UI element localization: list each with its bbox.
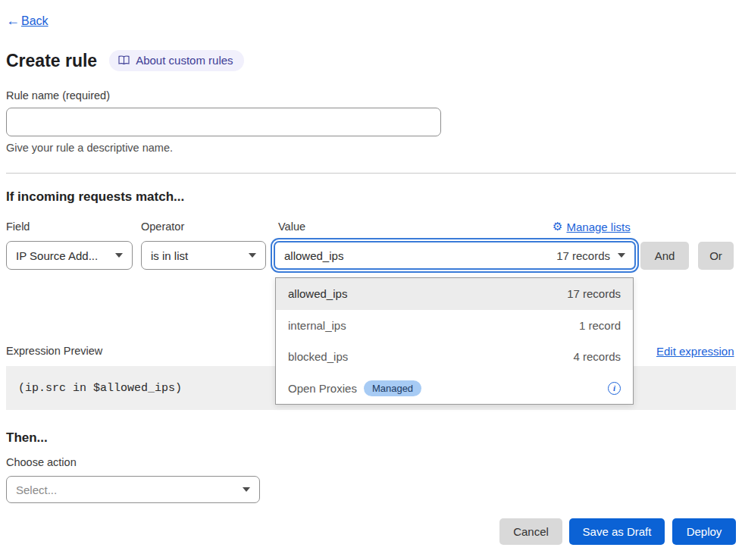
- operator-select-value: is in list: [151, 249, 241, 262]
- cancel-button[interactable]: Cancel: [499, 518, 562, 545]
- value-select-value: allowed_ips: [284, 249, 343, 262]
- field-select-value: IP Source Add...: [16, 249, 108, 262]
- then-section-heading: Then...: [6, 430, 48, 446]
- manage-lists-label: Manage lists: [566, 221, 630, 233]
- rule-name-input[interactable]: [6, 108, 441, 136]
- field-label: Field: [6, 221, 30, 233]
- chevron-down-icon: [249, 253, 256, 258]
- info-icon[interactable]: i: [608, 382, 621, 395]
- and-button[interactable]: And: [640, 242, 689, 270]
- about-custom-rules-link[interactable]: About custom rules: [109, 50, 243, 71]
- operator-select[interactable]: is in list: [141, 241, 266, 270]
- back-arrow-icon: ←: [6, 13, 20, 29]
- chevron-down-icon: [115, 253, 123, 258]
- action-select[interactable]: Select...: [6, 476, 260, 503]
- list-dropdown-menu: allowed_ips 17 records internal_ips 1 re…: [275, 277, 634, 405]
- field-select[interactable]: IP Source Add...: [6, 241, 133, 270]
- match-section-heading: If incoming requests match...: [6, 189, 184, 205]
- list-item-allowed-ips[interactable]: allowed_ips 17 records: [276, 278, 633, 310]
- list-item-name: internal_ips: [288, 319, 346, 332]
- value-select-records: 17 records: [556, 249, 610, 262]
- section-divider: [6, 173, 736, 174]
- expression-code: (ip.src in $allowed_ips): [18, 382, 182, 395]
- back-link-label: Back: [21, 14, 49, 28]
- list-item-records: 17 records: [567, 287, 621, 300]
- value-select[interactable]: allowed_ips 17 records: [274, 241, 636, 270]
- action-select-placeholder: Select...: [16, 483, 235, 496]
- list-item-open-proxies[interactable]: Open Proxies Managed i: [276, 373, 633, 405]
- managed-badge: Managed: [364, 380, 421, 396]
- value-label: Value: [278, 221, 305, 233]
- expression-preview-label: Expression Preview: [6, 345, 102, 357]
- rule-name-label: Rule name (required): [6, 89, 110, 102]
- list-item-records: 1 record: [579, 319, 621, 332]
- or-button[interactable]: Or: [698, 242, 734, 270]
- choose-action-label: Choose action: [6, 456, 77, 468]
- list-item-records: 4 records: [573, 350, 621, 363]
- list-item-name: Open Proxies: [288, 382, 357, 395]
- save-as-draft-button[interactable]: Save as Draft: [569, 518, 665, 545]
- operator-label: Operator: [141, 221, 184, 233]
- gear-icon: ⚙: [553, 220, 562, 233]
- about-badge-label: About custom rules: [136, 54, 233, 67]
- page-title: Create rule: [6, 51, 97, 71]
- title-row: Create rule About custom rules: [6, 50, 244, 71]
- list-item-internal-ips[interactable]: internal_ips 1 record: [276, 310, 633, 342]
- chevron-down-icon: [243, 487, 250, 492]
- list-item-blocked-ips[interactable]: blocked_ips 4 records: [276, 341, 633, 373]
- rule-name-helper: Give your rule a descriptive name.: [6, 142, 173, 154]
- chevron-down-icon: [618, 253, 625, 258]
- edit-expression-link[interactable]: Edit expression: [656, 345, 734, 358]
- manage-lists-link[interactable]: ⚙ Manage lists: [553, 220, 631, 233]
- deploy-button[interactable]: Deploy: [672, 518, 736, 545]
- list-item-name: blocked_ips: [288, 350, 348, 363]
- book-icon: [118, 55, 130, 65]
- back-link[interactable]: ←Back: [6, 13, 49, 29]
- list-item-name: allowed_ips: [288, 287, 347, 300]
